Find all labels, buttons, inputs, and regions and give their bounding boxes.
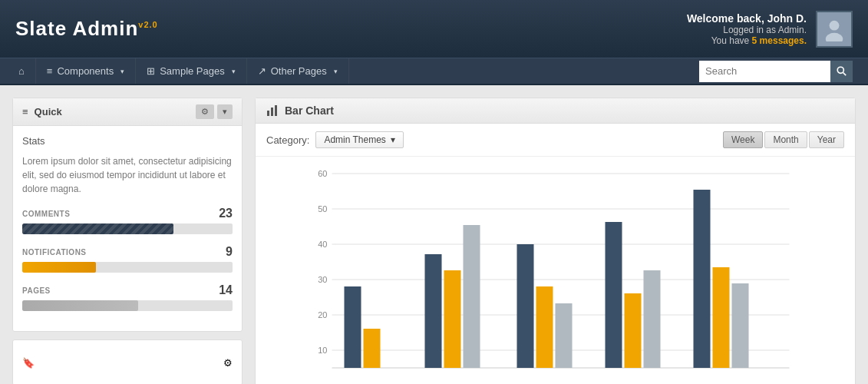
- stats-description: Lorem ipsum dolor sit amet, consectetur …: [22, 154, 233, 196]
- nav-other-pages[interactable]: ↗ Other Pages ▾: [247, 58, 349, 84]
- welcome-text: Welcome back, John D.: [687, 12, 807, 25]
- bar-chart-icon: [266, 104, 279, 117]
- bookmark-icon: 🔖: [22, 357, 35, 369]
- bar-chart-svg: 60 50 40 30 20 10: [256, 164, 847, 379]
- period-buttons: Week Month Year: [723, 131, 844, 148]
- nav-home[interactable]: ⌂: [8, 58, 36, 84]
- home-icon: ⌂: [18, 65, 25, 77]
- stat-label-comments: COMMENTS: [22, 210, 70, 218]
- chart-card: Bar Chart Category: Admin Themes ▾ Week …: [255, 98, 856, 384]
- avatar-person-icon: [822, 17, 847, 41]
- search-icon: [837, 66, 847, 76]
- progress-bg-notifications: [22, 262, 233, 273]
- stats-subtitle: Stats: [22, 135, 233, 147]
- period-year[interactable]: Year: [809, 131, 844, 148]
- bottom-small-card: 🔖 ⚙: [12, 339, 243, 384]
- progress-fill-comments: [22, 223, 173, 234]
- svg-rect-4: [267, 111, 269, 116]
- messages-count: 5 messages.: [752, 35, 807, 46]
- bar-g4-lightgray: [644, 270, 661, 368]
- settings-icon-bottom[interactable]: ⚙: [223, 357, 233, 369]
- user-info: Welcome back, John D. Logged in as Admin…: [687, 12, 807, 46]
- svg-text:60: 60: [318, 169, 327, 178]
- more-button[interactable]: ▾: [217, 104, 233, 119]
- card-header-actions: ⚙ ▾: [196, 104, 233, 119]
- period-week[interactable]: Week: [723, 131, 763, 148]
- svg-line-3: [843, 73, 847, 76]
- progress-bg-pages: [22, 300, 233, 311]
- period-month[interactable]: Month: [764, 131, 807, 148]
- search-button[interactable]: [830, 61, 853, 82]
- category-selector: Category: Admin Themes ▾: [266, 131, 404, 148]
- chart-toolbar: Category: Admin Themes ▾ Week Month Year: [256, 124, 855, 157]
- bar-g3-orange: [536, 286, 553, 368]
- stat-row-comments: COMMENTS 23: [22, 207, 233, 234]
- bar-g3-lightgray: [556, 303, 573, 368]
- progress-bg-comments: [22, 223, 233, 234]
- svg-text:40: 40: [318, 240, 327, 249]
- stat-label-notifications: NOTIFICATIONS: [22, 248, 87, 257]
- search-box[interactable]: [699, 61, 853, 82]
- left-panel: ≡ Quick ⚙ ▾ Stats Lorem ipsum dolor sit …: [12, 98, 243, 384]
- bar-g4-dark: [606, 222, 622, 368]
- progress-fill-pages: [22, 300, 138, 311]
- bar-g1-dark: [345, 286, 361, 368]
- svg-text:20: 20: [318, 310, 327, 319]
- nav-sample-pages[interactable]: ⊞ Sample Pages ▾: [136, 58, 247, 84]
- chart-title: Bar Chart: [285, 104, 334, 117]
- stat-value-notifications: 9: [226, 245, 233, 259]
- stat-value-pages: 14: [219, 283, 233, 297]
- logo: Slate Adminv2.0: [15, 17, 158, 41]
- svg-point-2: [837, 67, 843, 73]
- progress-fill-notifications: [22, 262, 96, 273]
- svg-text:30: 30: [318, 275, 327, 284]
- chart-header: Bar Chart: [256, 98, 855, 124]
- caret-icon: ▾: [120, 68, 124, 75]
- svg-rect-6: [275, 105, 277, 116]
- logged-in-text: Logged in as Admin.: [687, 25, 807, 35]
- chart-area: 60 50 40 30 20 10: [256, 157, 855, 384]
- bar-g2-lightgray: [464, 225, 480, 368]
- svg-text:10: 10: [318, 346, 327, 355]
- list-icon-header: ≡: [22, 106, 28, 118]
- stat-label-pages: PAGES: [22, 286, 51, 295]
- quick-stats-title: ≡ Quick: [22, 106, 62, 118]
- bar-g5-dark: [694, 190, 711, 368]
- svg-text:50: 50: [318, 204, 327, 214]
- stat-row-pages: PAGES 14: [22, 283, 233, 311]
- dropdown-caret: ▾: [391, 134, 395, 145]
- quick-stats-card: ≡ Quick ⚙ ▾ Stats Lorem ipsum dolor sit …: [12, 98, 243, 332]
- external-icon: ↗: [258, 65, 266, 77]
- grid-icon: ⊞: [147, 65, 155, 77]
- right-panel: Bar Chart Category: Admin Themes ▾ Week …: [255, 98, 856, 384]
- list-icon: ≡: [47, 65, 53, 77]
- header-user: Welcome back, John D. Logged in as Admin…: [687, 11, 853, 48]
- svg-point-0: [830, 20, 840, 30]
- bar-g1-orange: [364, 329, 381, 368]
- bar-g5-lightgray: [732, 283, 749, 368]
- stat-row-notifications: NOTIFICATIONS 9: [22, 245, 233, 273]
- category-dropdown[interactable]: Admin Themes ▾: [315, 131, 403, 148]
- bar-g5-orange: [713, 267, 730, 368]
- quick-stats-header: ≡ Quick ⚙ ▾: [13, 98, 242, 126]
- stat-value-comments: 23: [219, 207, 233, 220]
- svg-point-1: [826, 32, 843, 41]
- main-content: ≡ Quick ⚙ ▾ Stats Lorem ipsum dolor sit …: [0, 85, 868, 384]
- caret-icon-3: ▾: [334, 68, 338, 75]
- nav-components[interactable]: ≡ Components ▾: [36, 58, 136, 84]
- svg-rect-5: [271, 108, 273, 116]
- nav-items: ⌂ ≡ Components ▾ ⊞ Sample Pages ▾ ↗ Othe…: [8, 58, 349, 84]
- bar-g2-orange: [444, 270, 461, 368]
- quick-stats-body: Stats Lorem ipsum dolor sit amet, consec…: [13, 126, 242, 331]
- gear-button[interactable]: ⚙: [196, 104, 214, 119]
- caret-icon-2: ▾: [232, 68, 236, 75]
- messages-text: You have 5 messages.: [687, 35, 807, 46]
- header: Slate Adminv2.0 Welcome back, John D. Lo…: [0, 0, 868, 58]
- category-label: Category:: [266, 134, 309, 146]
- search-input[interactable]: [699, 61, 830, 82]
- bar-g3-dark: [517, 244, 534, 368]
- bar-g2-dark: [425, 254, 442, 368]
- navbar: ⌂ ≡ Components ▾ ⊞ Sample Pages ▾ ↗ Othe…: [0, 58, 868, 85]
- bar-g4-orange: [625, 293, 642, 368]
- avatar: [816, 11, 853, 48]
